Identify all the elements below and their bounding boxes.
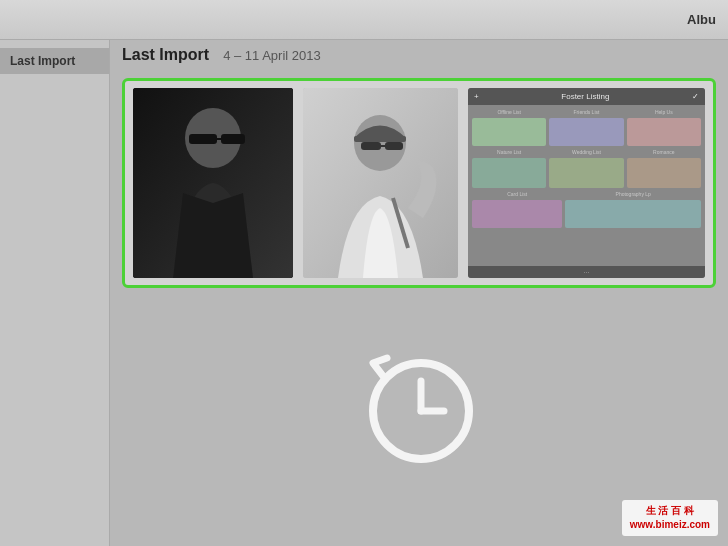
photo-3-cell-8 xyxy=(565,200,701,228)
photo-3-cell-7 xyxy=(472,200,562,228)
history-icon xyxy=(349,336,489,476)
photo-3-cell-1 xyxy=(472,118,546,146)
photo-3-image-row-2 xyxy=(472,158,701,188)
photo-2[interactable] xyxy=(303,88,458,278)
photo-2-image xyxy=(303,88,458,278)
svg-rect-9 xyxy=(354,136,406,142)
top-bar: Albu xyxy=(0,0,728,40)
sidebar: Last Import xyxy=(0,40,110,546)
sidebar-item-last-import[interactable]: Last Import xyxy=(0,48,109,74)
photo-3-label-row: Offline List Friends List Help Us xyxy=(472,109,701,115)
sidebar-item-label: Last Import xyxy=(10,54,75,68)
svg-rect-11 xyxy=(385,142,403,150)
photo-3-plus: + xyxy=(474,92,479,101)
photo-3-header: + Foster Listing ✓ xyxy=(468,88,705,105)
photo-3-image-row-3 xyxy=(472,200,701,228)
photo-3-cell-6 xyxy=(627,158,701,188)
main-content: Last Import 4 – 11 April 2013 xyxy=(110,40,728,546)
svg-rect-4 xyxy=(221,134,245,144)
photo-3-cell-3 xyxy=(627,118,701,146)
svg-rect-3 xyxy=(189,134,217,144)
photo-strip: + Foster Listing ✓ Offline List Friends … xyxy=(122,78,716,288)
content-title: Last Import xyxy=(122,46,209,64)
watermark: 生 活 百 科 www.bimeiz.com xyxy=(622,500,718,536)
photo-1[interactable] xyxy=(133,88,293,278)
photo-1-image xyxy=(133,88,293,278)
content-date: 4 – 11 April 2013 xyxy=(223,48,321,63)
photo-3-cell-5 xyxy=(549,158,623,188)
photo-3-check: ✓ xyxy=(692,92,699,101)
photo-3-cell-4 xyxy=(472,158,546,188)
svg-rect-10 xyxy=(361,142,381,150)
photo-3-cell-2 xyxy=(549,118,623,146)
watermark-line2: www.bimeiz.com xyxy=(630,518,710,532)
content-header: Last Import 4 – 11 April 2013 xyxy=(110,40,728,70)
photo-3[interactable]: + Foster Listing ✓ Offline List Friends … xyxy=(468,88,705,278)
photo-3-footer: ··· xyxy=(468,266,705,278)
watermark-line1: 生 活 百 科 xyxy=(630,504,710,518)
photo-3-image-row-1 xyxy=(472,118,701,146)
photo-3-label-row-2: Nature List Wedding List Romance xyxy=(472,149,701,155)
photo-3-label-row-3: Card List Photography Lp xyxy=(472,191,701,197)
photo-3-title: Foster Listing xyxy=(561,92,609,101)
top-bar-title: Albu xyxy=(687,12,716,27)
photo-3-grid: Offline List Friends List Help Us Nature… xyxy=(468,105,705,266)
